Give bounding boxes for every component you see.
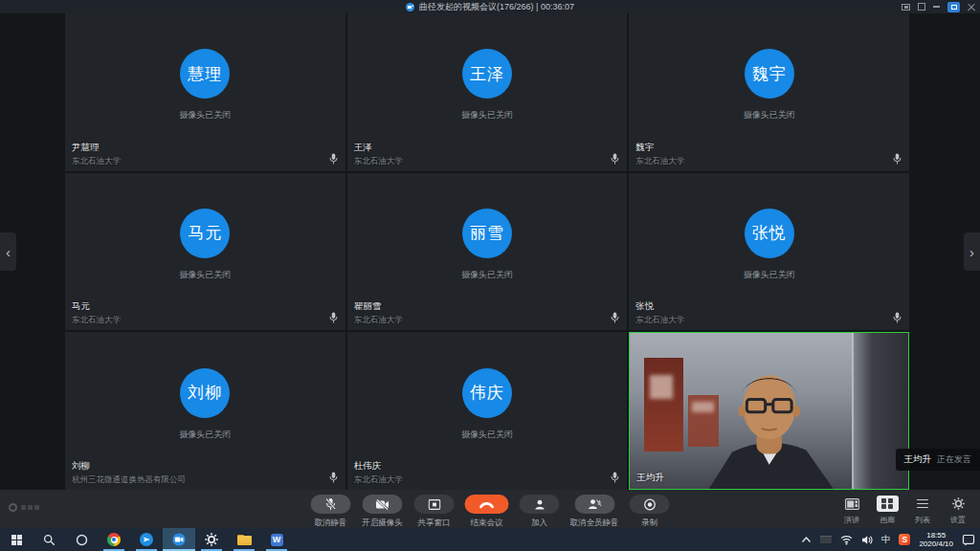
mic-icon: [611, 153, 619, 165]
camera-off-label: 摄像头已关闭: [179, 109, 231, 121]
next-page-button[interactable]: ›: [964, 232, 980, 271]
camera-off-label: 摄像头已关闭: [461, 269, 513, 281]
participant-tile[interactable]: 刘柳 摄像头已关闭 刘柳 杭州三花微通道换热器有限公司: [65, 332, 345, 490]
video-grid-stage: 慧理 摄像头已关闭 尹慧理 东北石油大学 王泽 摄像头已关闭 王泽 东北石油大学: [0, 13, 980, 490]
maximize-icon[interactable]: [947, 2, 960, 12]
speaking-status: 正在发言: [937, 453, 971, 466]
list-view-button[interactable]: 列表: [908, 496, 937, 525]
unmute-all-button[interactable]: 取消全员静音: [570, 495, 619, 529]
speaker-view-button[interactable]: 演讲: [837, 496, 866, 525]
taskbar-meeting-app-button[interactable]: [163, 528, 195, 551]
windows-taskbar: W 中 S 18:55 2020/4/10: [0, 528, 980, 551]
avatar: 张悦: [745, 209, 794, 258]
meeting-camera-icon: [406, 3, 414, 11]
participant-label: 王泽 东北石油大学: [354, 142, 403, 167]
participant-label: 杜伟庆 东北石油大学: [354, 460, 403, 486]
share-screen-icon: [414, 495, 455, 514]
close-icon[interactable]: [968, 3, 975, 11]
avatar: 伟庆: [462, 368, 512, 418]
participant-tile[interactable]: 魏宇 摄像头已关闭 魏宇 东北石油大学: [629, 13, 909, 171]
camera-off-label: 摄像头已关闭: [461, 109, 513, 121]
taskbar-settings-button[interactable]: [195, 528, 228, 551]
clock-time: 18:55: [919, 531, 953, 540]
ime-indicator[interactable]: 中: [881, 534, 891, 546]
chevron-right-icon: ›: [969, 244, 974, 260]
share-screen-button[interactable]: 共享窗口: [413, 495, 456, 529]
chrome-icon: [107, 533, 121, 546]
windows-logo-icon: [11, 535, 22, 545]
avatar: 马元: [180, 209, 230, 258]
cortana-icon: [76, 534, 88, 546]
meeting-title: 曲径发起的视频会议(176/266) | 00:36:07: [419, 1, 574, 13]
mic-icon: [329, 153, 338, 165]
participant-name: 张悦: [635, 300, 684, 313]
participant-name: 魏宇: [635, 142, 684, 154]
meeting-toolbar: 取消静音 开启摄像头 共享窗口 结束会议: [0, 490, 980, 528]
end-meeting-button[interactable]: 结束会议: [465, 495, 509, 529]
participant-org: 杭州三花微通道换热器有限公司: [72, 474, 186, 486]
active-speaker-video-tile[interactable]: 王均升: [629, 332, 909, 490]
action-center-icon[interactable]: [962, 534, 975, 546]
participant-org: 东北石油大学: [72, 315, 121, 326]
participant-label: 魏宇 东北石油大学: [635, 142, 684, 167]
chevron-up-icon[interactable]: [801, 536, 812, 543]
wifi-icon[interactable]: [840, 535, 853, 545]
network-status-indicator: [9, 503, 39, 512]
participant-tile[interactable]: 马元 摄像头已关闭 马元 东北石油大学: [65, 173, 345, 331]
participant-tile[interactable]: 王泽 摄像头已关闭 王泽 东北石油大学: [347, 13, 628, 171]
camera-off-label: 摄像头已关闭: [461, 429, 513, 441]
mini-mode-icon[interactable]: [902, 4, 910, 11]
prev-page-button[interactable]: ‹: [0, 232, 16, 271]
avatar: 丽雪: [462, 209, 512, 258]
volume-icon[interactable]: [861, 535, 873, 545]
camera-off-label: 摄像头已关闭: [179, 269, 231, 281]
participant-name: 翟丽雪: [354, 300, 403, 313]
participant-tile[interactable]: 慧理 摄像头已关闭 尹慧理 东北石油大学: [65, 13, 345, 171]
cortana-button[interactable]: [65, 528, 98, 551]
minimize-icon[interactable]: [933, 6, 940, 8]
taskbar-chrome-button[interactable]: [98, 528, 130, 551]
list-view-icon: [912, 496, 934, 512]
unmute-button[interactable]: 取消静音: [310, 495, 352, 529]
taskbar-file-explorer-button[interactable]: [228, 528, 260, 551]
avatar: 魏宇: [745, 49, 794, 99]
start-button[interactable]: [0, 528, 33, 551]
participant-label: 张悦 东北石油大学: [635, 300, 684, 326]
participant-tile[interactable]: 丽雪 摄像头已关闭 翟丽雪 东北石油大学: [347, 173, 628, 331]
participant-name: 王泽: [354, 142, 403, 154]
meeting-app-window: 曲径发起的视频会议(176/266) | 00:36:07 慧理 摄像头已关闭 …: [0, 0, 980, 551]
participant-tile[interactable]: 伟庆 摄像头已关闭 杜伟庆 东北石油大学: [347, 332, 628, 490]
taskbar-search-button[interactable]: [33, 528, 65, 551]
mic-icon: [893, 312, 902, 323]
gallery-view-icon: [877, 496, 899, 512]
chevron-left-icon: ‹: [6, 244, 11, 260]
participant-grid: 慧理 摄像头已关闭 尹慧理 东北石油大学 王泽 摄像头已关闭 王泽 东北石油大学: [65, 13, 909, 490]
start-camera-button[interactable]: 开启摄像头: [362, 495, 404, 529]
settings-button[interactable]: 设置: [944, 496, 972, 525]
taskbar-tencent-app-button[interactable]: [130, 528, 163, 551]
view-label: 演讲: [844, 515, 859, 525]
taskbar-apps: W: [0, 528, 293, 551]
avatar: 慧理: [180, 49, 230, 99]
participant-label: 翟丽雪 东北石油大学: [354, 300, 403, 326]
sogou-ime-icon[interactable]: S: [899, 534, 910, 545]
camera-off-icon: [363, 495, 403, 514]
taskbar-clock[interactable]: 18:55 2020/4/10: [919, 531, 953, 549]
record-button[interactable]: 录制: [629, 495, 671, 529]
view-controls: 演讲 画廊 列表 设置: [837, 496, 972, 525]
camera-off-label: 摄像头已关闭: [744, 109, 795, 121]
participant-name: 尹慧理: [72, 142, 121, 154]
participant-tile[interactable]: 张悦 摄像头已关闭 张悦 东北石油大学: [629, 173, 909, 331]
taskbar-wps-button[interactable]: W: [260, 528, 293, 551]
unmute-all-icon: [574, 495, 614, 514]
participant-org: 东北石油大学: [72, 156, 121, 167]
speaking-tooltip: 王均升 正在发言: [896, 449, 980, 471]
invite-button[interactable]: 加入: [519, 495, 561, 529]
camera-off-label: 摄像头已关闭: [179, 429, 231, 441]
gallery-view-button[interactable]: 画廊: [873, 496, 902, 525]
mic-icon: [611, 472, 619, 483]
tray-device-icon[interactable]: [820, 536, 832, 543]
search-icon: [43, 534, 56, 546]
mic-muted-icon: [311, 495, 351, 514]
fullscreen-icon[interactable]: [918, 3, 925, 11]
